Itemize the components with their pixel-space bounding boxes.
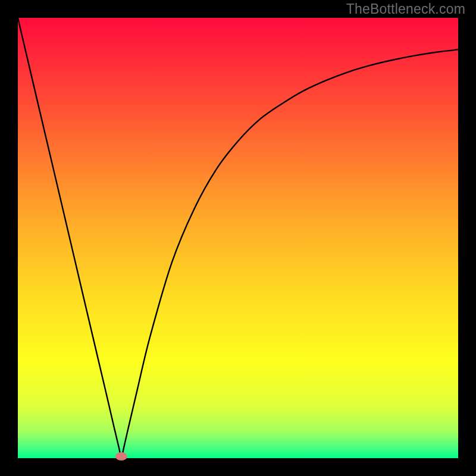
minimum-marker	[115, 452, 127, 461]
watermark-text: TheBottleneck.com	[346, 1, 465, 17]
chart-container: TheBottleneck.com	[0, 0, 476, 476]
plot-background	[18, 18, 458, 458]
chart-svg	[0, 0, 476, 476]
